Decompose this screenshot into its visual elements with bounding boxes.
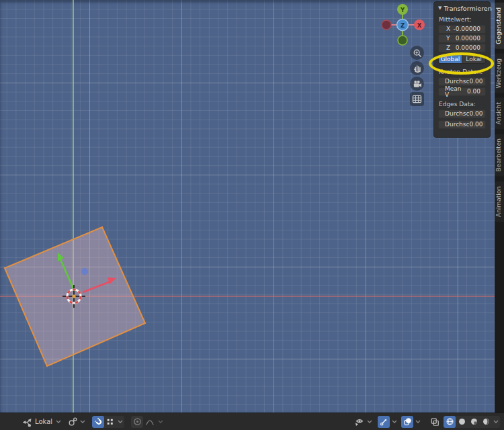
blender-window: Y X Z [0,0,504,430]
edge-field-1-value: 0.00 [469,111,487,117]
edge-crease-field[interactable]: Durchsc 0.00 [438,110,486,118]
chevron-down-icon[interactable] [414,416,422,428]
tab-bearbeiten[interactable]: Bearbeiten [495,134,504,176]
snap-target-icon [106,418,114,426]
transform-orientation-dropdown[interactable]: Lokal [23,416,62,428]
chevron-down-icon[interactable] [79,416,87,428]
snap-target-button[interactable] [104,416,116,428]
zoom-button[interactable] [410,46,424,60]
proportional-editing-icon [133,417,142,426]
viewport-3d[interactable]: Y X Z [0,0,504,413]
edge-weight-field[interactable]: Durchsc 0.00 [438,120,486,129]
falloff-curve-icon [145,418,155,426]
median-x-field[interactable]: X -0.00000 [438,25,486,34]
tab-ansicht[interactable]: Ansicht [495,97,504,129]
rendered-shading-button[interactable] [480,416,492,428]
panel-title: Transformieren [444,5,491,12]
vertex-data-label: Knoten-Daten: [439,69,486,75]
falloff-dropdown-button[interactable] [144,416,156,428]
pan-button[interactable] [410,61,424,75]
chevron-down-icon[interactable] [157,416,165,428]
rendered-shading-icon [482,417,491,426]
wireframe-shading-icon [446,417,454,426]
nav-x-label: X [417,22,422,29]
shading-mode-group [444,416,500,428]
nav-z-label: Z [401,22,405,29]
overlays-group [401,416,422,428]
xray-icon [430,417,439,427]
pan-hand-icon [413,64,422,73]
toggle-grid-button[interactable] [410,92,424,106]
viewport-header-bar: Lokal [0,413,504,430]
vertex-field-1-label: Durchsc [439,79,469,85]
median-x-axis-label: X [439,26,450,32]
gizmos-toggle-button[interactable] [378,416,390,428]
gizmos-group [378,416,398,428]
tab-animation[interactable]: Animation [495,181,504,222]
edge-field-2-label: Durchsc [439,122,469,128]
snap-toggle-button[interactable] [92,416,104,428]
vertex-mean-weight-field[interactable]: Mean V 0.00 [438,87,486,96]
transform-panel: ▼ Transformieren Mittelwert: X -0.00000 … [433,1,491,138]
toggle-grid-icon [412,95,422,103]
median-x-value: -0.00000 [454,26,485,32]
local-button[interactable]: Lokal [462,55,485,63]
overlays-toggle-button[interactable] [401,416,413,428]
transform-orientation-icon [23,417,33,427]
proportional-editing-group [131,416,165,428]
edge-field-1-label: Durchsc [439,111,469,117]
panel-header[interactable]: ▼ Transformieren [438,4,486,13]
pivot-point-icon [68,417,78,427]
snapping-group [92,416,124,428]
median-y-field[interactable]: Y 0.00000 [438,34,486,43]
sidebar-tabstrip: Gegenstand Werkzeug Ansicht Bearbeiten A… [495,0,504,413]
nav-axis-gizmo[interactable]: Y X Z [382,4,425,45]
wireframe-shading-button[interactable] [444,416,456,428]
nav-y-label: Y [400,7,405,13]
camera-view-icon [412,79,422,89]
orientation-dropdown-label[interactable]: Lokal [35,418,52,425]
chevron-down-icon[interactable] [54,416,62,428]
median-y-value: 0.00000 [456,36,485,42]
material-shading-icon [470,417,478,426]
tab-werkzeug[interactable]: Werkzeug [495,54,504,93]
edges-data-label: Edges Data: [439,101,486,108]
edge-field-2-value: 0.00 [469,122,487,128]
orientation-toggle: Global Lokal [438,54,486,64]
visibility-dropdown[interactable] [354,416,374,428]
nav-x-negative-ball[interactable] [382,20,391,30]
gizmo-z-axis-handle[interactable] [81,268,88,275]
nav-y-negative-ball[interactable] [398,36,407,45]
vertex-field-2-value: 0.00 [467,89,485,95]
object-origin-dot [72,294,75,298]
median-y-axis-label: Y [439,36,450,42]
chevron-down-icon[interactable] [366,416,374,428]
solid-shading-icon [458,417,466,426]
gizmos-icon [380,417,388,426]
solid-shading-button[interactable] [456,416,468,428]
overlays-icon [403,417,412,426]
collapse-caret-icon[interactable]: ▼ [438,6,442,11]
visibility-eye-icon [354,417,365,427]
xray-toggle-button[interactable] [429,416,441,428]
vertex-field-1-value: 0.00 [469,79,487,85]
tab-gegenstand[interactable]: Gegenstand [495,3,504,49]
vertex-field-2-label: Mean V [439,86,467,98]
median-z-axis-label: Z [439,45,450,51]
material-shading-button[interactable] [468,416,480,428]
chevron-down-icon[interactable] [116,416,124,428]
global-button[interactable]: Global [439,55,462,63]
median-z-field[interactable]: Z 0.00000 [438,44,486,52]
viewport-scene: Y X Z [0,0,504,413]
camera-view-button[interactable] [410,77,424,91]
median-label: Mittelwert: [439,17,486,23]
chevron-down-icon[interactable] [390,416,398,428]
median-z-value: 0.00000 [456,45,485,51]
proportional-editing-button[interactable] [131,416,143,428]
chevron-down-icon[interactable] [492,416,500,428]
snap-magnet-icon [94,417,103,426]
zoom-icon [413,48,422,58]
pivot-point-dropdown[interactable] [68,416,87,428]
